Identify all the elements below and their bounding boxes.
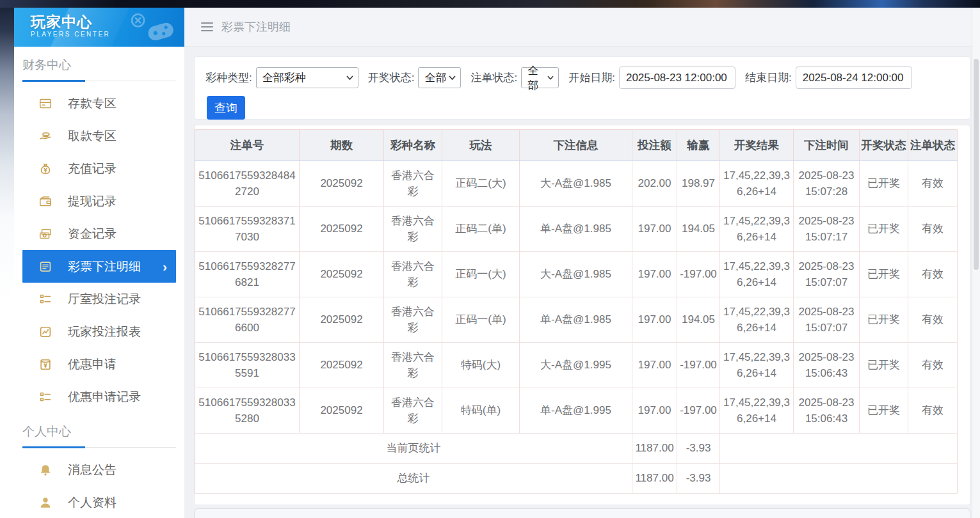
draw-status-select[interactable]: 全部 <box>418 67 461 88</box>
cell-period: 2025092 <box>300 252 384 297</box>
cell-bet-info: 单-A盘@1.995 <box>520 388 632 434</box>
cell-order-status: 有效 <box>908 252 958 297</box>
scrollbar-thumb[interactable] <box>974 59 979 270</box>
filter-start-date: 开始日期: <box>568 67 735 89</box>
section-title-finance: 财务中心 <box>22 57 176 74</box>
table-header-row: 注单号 期数 彩种名称 玩法 下注信息 投注额 输赢 开奖结果 下注时间 开奖状… <box>195 130 958 161</box>
chevron-right-icon: › <box>163 260 167 273</box>
col-bet-time: 下注时间 <box>794 130 860 161</box>
cell-draw-result: 17,45,22,39,36,26+14 <box>720 388 794 434</box>
query-button[interactable]: 查询 <box>207 96 245 120</box>
summary-row-current-page: 当前页统计 1187.00 -3.93 <box>195 434 958 464</box>
sidebar-item-label: 消息公告 <box>68 462 116 478</box>
bet-details-icon <box>38 260 52 274</box>
cell-amount: 202.00 <box>632 161 677 207</box>
cell-order-status: 有效 <box>908 161 958 207</box>
chevron-down-icon <box>547 75 554 80</box>
sidebar-item-label: 资金记录 <box>68 226 116 242</box>
lottery-type-select[interactable]: 全部彩种 <box>256 67 358 88</box>
list-icon <box>38 292 52 306</box>
sidebar-item-promo-apply[interactable]: 优惠申请 <box>22 348 176 381</box>
money-bag-icon <box>38 162 52 176</box>
cell-lottery-name: 香港六合彩 <box>384 388 442 434</box>
cell-amount: 197.00 <box>632 343 677 388</box>
sidebar-item-fund-records[interactable]: 资金记录 <box>22 217 176 250</box>
cell-bet-id: 51066175593284842720 <box>195 161 300 207</box>
cell-lottery-name: 香港六合彩 <box>384 297 442 343</box>
cell-play: 正码一(大) <box>442 252 520 297</box>
col-draw-result: 开奖结果 <box>720 130 794 161</box>
sidebar-item-promo-apply-records[interactable]: 优惠申请记录 <box>22 381 176 413</box>
filter-order-status: 注单状态: 全部 <box>470 67 559 88</box>
menu-toggle-icon[interactable] <box>201 22 213 32</box>
cell-lottery-name: 香港六合彩 <box>384 252 442 297</box>
sidebar-item-deposit[interactable]: 存款专区 <box>22 87 176 120</box>
cell-bet-info: 单-A盘@1.985 <box>520 207 632 252</box>
draw-status-value: 全部 <box>424 70 446 85</box>
col-bet-info: 下注信息 <box>520 130 632 161</box>
sidebar-item-label: 取款专区 <box>68 128 116 145</box>
table-row: 51066175593282776600 2025092 香港六合彩 正码一(单… <box>195 297 958 343</box>
pagination-panel <box>194 508 970 518</box>
sidebar: 玩家中心 PLAYERS CENTER 财务中心 存款专区 <box>14 8 184 518</box>
cell-bet-id: 51066175593283717030 <box>195 207 300 252</box>
cell-bet-info: 大-A盘@1.985 <box>520 252 632 297</box>
lottery-type-label: 彩种类型: <box>205 70 252 85</box>
sidebar-item-announcements[interactable]: 消息公告 <box>22 453 176 486</box>
sidebar-item-recharge-records[interactable]: 充值记录 <box>22 152 176 185</box>
red-packet-icon <box>38 357 52 372</box>
start-date-input[interactable] <box>619 67 735 89</box>
sidebar-item-player-bet-report[interactable]: 玩家投注报表 <box>22 315 176 348</box>
cell-win-loss: -197.00 <box>677 388 720 434</box>
sidebar-item-profile[interactable]: 个人资料 <box>22 486 176 518</box>
cell-bet-id: 51066175593282776821 <box>195 252 300 297</box>
col-lottery-name: 彩种名称 <box>384 130 442 161</box>
summary-amount: 1187.00 <box>632 464 677 494</box>
sidebar-item-withdraw[interactable]: 取款专区 <box>22 120 176 152</box>
cell-win-loss: 198.97 <box>677 161 720 207</box>
sidebar-item-lottery-bet-details[interactable]: 彩票下注明细 › <box>22 250 176 283</box>
cell-draw-result: 17,45,22,39,36,26+14 <box>720 161 794 207</box>
deposit-icon <box>38 97 52 111</box>
cell-draw-result: 17,45,22,39,36,26+14 <box>720 343 794 388</box>
col-play: 玩法 <box>442 130 520 161</box>
cell-play: 正码二(单) <box>442 207 520 252</box>
table-row: 51066175593284842720 2025092 香港六合彩 正码二(大… <box>195 161 958 207</box>
order-status-select[interactable]: 全部 <box>521 67 559 88</box>
desktop-backdrop <box>0 0 980 8</box>
cell-bet-time: 2025-08-23 15:07:07 <box>794 252 860 297</box>
end-date-label: 结束日期: <box>745 70 792 85</box>
order-status-value: 全部 <box>527 63 547 93</box>
finance-menu: 存款专区 取款专区 充值记录 提现记录 <box>14 87 184 413</box>
scrollbar-track[interactable] <box>972 8 980 518</box>
sidebar-item-hall-bet-records[interactable]: 厅室投注记录 <box>22 283 176 315</box>
cell-bet-time: 2025-08-23 15:07:07 <box>794 297 860 343</box>
end-date-input[interactable] <box>796 67 912 89</box>
cell-period: 2025092 <box>300 297 384 343</box>
cell-draw-status: 已开奖 <box>860 207 908 252</box>
cell-draw-status: 已开奖 <box>860 161 908 207</box>
cell-amount: 197.00 <box>632 252 677 297</box>
table-row: 51066175593283717030 2025092 香港六合彩 正码二(单… <box>195 207 958 252</box>
order-status-label: 注单状态: <box>470 70 517 85</box>
section-rule <box>22 80 176 82</box>
sidebar-item-withdrawal-records[interactable]: 提现记录 <box>22 185 176 217</box>
start-date-label: 开始日期: <box>568 70 615 85</box>
cell-play: 特码(大) <box>442 343 520 388</box>
summary-win-loss: -3.93 <box>677 434 720 464</box>
personal-menu: 消息公告 个人资料 <box>14 453 184 518</box>
chart-icon <box>38 325 52 339</box>
cell-bet-info: 大-A盘@1.985 <box>520 161 632 207</box>
cell-bet-time: 2025-08-23 15:07:17 <box>794 207 860 252</box>
wallet-icon <box>38 194 52 208</box>
summary-label: 当前页统计 <box>195 434 632 464</box>
sidebar-item-label: 玩家投注报表 <box>68 324 141 340</box>
table-row: 51066175593280335280 2025092 香港六合彩 特码(单)… <box>195 388 958 434</box>
cell-draw-status: 已开奖 <box>860 252 908 297</box>
page-title: 彩票下注明细 <box>221 19 291 35</box>
summary-empty <box>720 464 958 494</box>
bell-icon <box>38 463 52 477</box>
cell-order-status: 有效 <box>908 207 958 252</box>
filter-end-date: 结束日期: <box>745 67 912 89</box>
cell-draw-status: 已开奖 <box>860 388 908 434</box>
